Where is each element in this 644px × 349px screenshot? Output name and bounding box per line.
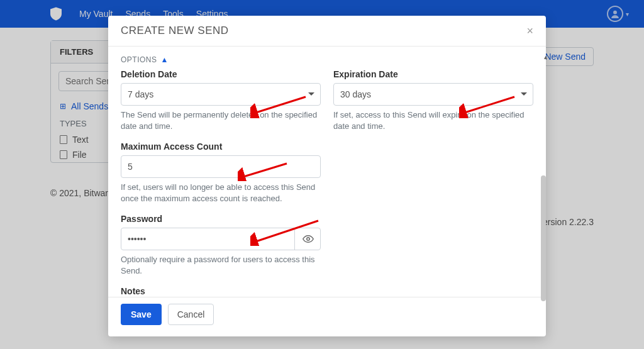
notes-label: Notes [121, 286, 533, 296]
close-icon[interactable]: × [526, 25, 533, 36]
expiration-date-help: If set, access to this Send will expire … [333, 109, 533, 131]
chevron-up-icon: ▲ [161, 55, 169, 64]
options-label: OPTIONS [121, 55, 157, 64]
scroll-up-icon[interactable]: ▴ [544, 53, 547, 60]
eye-icon[interactable] [294, 228, 321, 250]
deletion-date-help: The Send will be permanently deleted on … [121, 109, 321, 131]
expiration-date-select[interactable]: 30 days [333, 83, 533, 106]
options-toggle[interactable]: OPTIONS ▲ [121, 55, 533, 64]
expiration-date-label: Expiration Date [333, 69, 533, 79]
max-access-help: If set, users will no longer be able to … [121, 182, 321, 204]
password-input[interactable] [121, 228, 321, 250]
save-button[interactable]: Save [121, 304, 162, 325]
svg-point-1 [306, 238, 309, 241]
max-access-input[interactable] [121, 155, 321, 178]
password-label: Password [121, 214, 321, 224]
deletion-date-select[interactable]: 7 days [121, 83, 321, 106]
max-access-label: Maximum Access Count [121, 141, 321, 152]
modal-title: CREATE NEW SEND [121, 25, 229, 37]
create-send-modal: CREATE NEW SEND × OPTIONS ▲ Deletion Dat… [108, 16, 546, 336]
cancel-button[interactable]: Cancel [168, 304, 214, 325]
password-help: Optionally require a password for users … [121, 254, 321, 276]
modal-scrollbar[interactable]: ▴ [540, 62, 547, 306]
deletion-date-label: Deletion Date [121, 69, 321, 79]
scrollbar-thumb[interactable] [541, 175, 546, 301]
